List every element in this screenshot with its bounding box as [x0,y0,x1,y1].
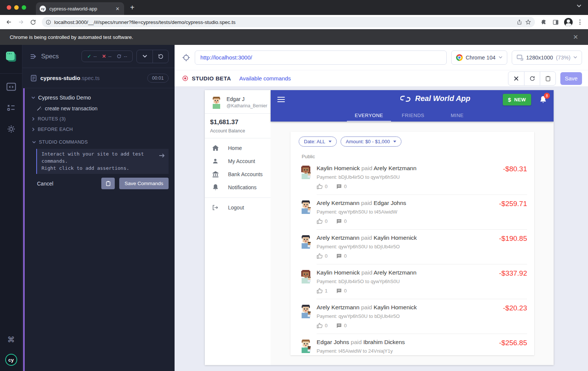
thumbs-up-icon[interactable] [317,322,323,329]
rwa-content: Date: ALL Amount: $0 - $1,000 Public [271,122,554,365]
studio-restart-button[interactable] [524,72,540,85]
transaction-row[interactable]: Kaylin Homenick paid Arely Kertzmann Pay… [290,264,534,299]
chevron-down-icon [573,56,577,59]
screen: cy cypress-realworld-app ✕ + localhost:3… [0,0,588,371]
cancel-button[interactable]: Cancel [37,181,53,187]
menu-hamburger-icon[interactable] [277,97,285,102]
sender-name[interactable]: Arely Kertzmann [317,234,360,241]
specs-browser-icon[interactable] [6,52,16,62]
rwa-brand[interactable]: Real World App [400,94,471,103]
sender-name[interactable]: Kaylin Homenick [317,165,360,171]
share-icon[interactable] [517,19,522,25]
nav-item-home[interactable]: Home [205,141,271,154]
settings-gear-icon[interactable] [7,125,16,134]
transaction-row[interactable]: Kaylin Homenick paid Arely Kertzmann Pay… [290,160,534,195]
cypress-logo[interactable]: cy [5,354,17,366]
studio-commands-section[interactable]: STUDIO COMMANDS [25,137,175,147]
browser-menu-icon[interactable] [578,19,582,25]
banner-close-icon[interactable]: ✕ [573,33,578,41]
thumbs-up-icon[interactable] [317,288,323,294]
tab-friends[interactable]: FRIENDS [391,109,435,122]
routes-section[interactable]: ROUTES (3) [25,114,175,124]
thumbs-up-icon[interactable] [317,253,323,259]
nav-item-logout[interactable]: Logout [205,201,271,214]
transaction-row[interactable]: Edgar Johns paid Ibrahim Dickens Payment… [290,334,534,355]
nav-item-bank-accounts[interactable]: Bank Accounts [205,168,271,181]
transaction-amount: -$190.85 [499,234,527,259]
date-filter[interactable]: Date: ALL [299,137,337,147]
list-label: Public [302,154,534,159]
sender-name[interactable]: Edgar Johns [317,339,349,345]
receiver-name[interactable]: Ibrahim Dickens [363,339,405,345]
dollar-icon: $ [508,96,511,103]
receiver-name[interactable]: Arely Kertzmann [374,165,417,171]
reload-button[interactable] [28,17,38,27]
rerun-tests-button[interactable] [153,50,168,63]
bookmark-star-icon[interactable] [525,19,531,25]
tab-mine[interactable]: MINE [435,109,479,122]
transaction-row[interactable]: Arely Kertzmann paid Kaylin Homenick Pay… [290,299,534,334]
nav-item-notifications[interactable]: Notifications [205,181,271,194]
before-each-section[interactable]: BEFORE EACH [25,124,175,135]
comment-icon[interactable] [336,323,342,329]
thumbs-up-icon[interactable] [317,218,323,224]
notifications-bell[interactable]: 8 [539,95,547,104]
spec-file-row[interactable]: cypress-studio.spec.ts 00:01 [22,68,175,88]
address-bar[interactable]: localhost:3000/__/#/specs/runner?file=cy… [42,17,535,27]
extensions-icon[interactable] [541,19,547,25]
suite-row[interactable]: Cypress Studio Demo [25,92,175,103]
runner-window-icon[interactable] [6,83,16,91]
transaction-row[interactable]: Arely Kertzmann paid Kaylin Homenick Pay… [290,230,534,264]
viewport-selector[interactable]: 1280x1000 (73%) [512,50,582,65]
browser-tab[interactable]: cy cypress-realworld-app ✕ [36,2,124,15]
automation-banner-text: Chrome is being controlled by automated … [10,34,133,40]
close-window-button[interactable] [7,5,11,10]
payment-detail: Payment: bDjUb4ir5O to qywYp6hS0U [317,279,494,284]
test-row[interactable]: create new transaction [25,103,175,114]
sender-name[interactable]: Arely Kertzmann [317,304,360,310]
receiver-name[interactable]: Kaylin Homenick [374,234,417,241]
sender-name[interactable]: Kaylin Homenick [317,269,360,276]
side-panel-icon[interactable] [552,19,559,25]
bank-icon [212,171,219,178]
amount-filter[interactable]: Amount: $0 - $1,000 [341,137,401,147]
comment-icon[interactable] [336,184,342,190]
cypress-sidebar: ⌘ cy Specs ✓-- ✕-- -- [0,45,175,371]
comment-icon[interactable] [336,288,342,294]
receiver-name[interactable]: Arely Kertzmann [374,269,417,276]
maximize-window-button[interactable] [22,5,26,10]
transaction-row[interactable]: Arely Kertzmann paid Edgar Johns Payment… [290,195,534,230]
new-tab-button[interactable]: + [130,3,135,12]
comment-icon[interactable] [336,253,342,259]
save-commands-button[interactable]: Save Commands [119,178,169,189]
aut-url-input[interactable] [195,50,447,65]
collapse-sidebar-icon[interactable] [30,53,37,59]
collapse-all-button[interactable] [137,50,153,63]
selector-playground-icon[interactable] [182,53,190,62]
profile-avatar-icon[interactable] [564,18,573,27]
comment-icon[interactable] [336,218,342,224]
forward-button[interactable] [16,17,26,27]
studio-save-button[interactable]: Save [560,72,582,85]
copy-commands-button[interactable] [101,178,115,189]
studio-copy-button[interactable] [540,72,555,85]
thumbs-up-icon[interactable] [317,183,323,190]
window-controls[interactable] [7,5,26,10]
tab-search-icon[interactable] [577,4,581,7]
site-info-icon[interactable] [46,19,51,25]
test-results-icon[interactable] [7,104,16,112]
available-commands-link[interactable]: Available commands [239,75,291,82]
receiver-name[interactable]: Edgar Johns [374,200,406,206]
tab-everyone[interactable]: EVERYONE [347,109,391,122]
tab-close-icon[interactable]: ✕ [115,6,120,12]
minimize-window-button[interactable] [14,5,19,10]
chevron-down-icon [32,141,36,144]
back-button[interactable] [4,17,14,27]
nav-item-my-account[interactable]: My Account [205,154,271,168]
new-transaction-button[interactable]: $ NEW [503,94,531,105]
studio-close-button[interactable] [508,72,524,85]
keyboard-shortcuts-icon[interactable]: ⌘ [7,335,15,344]
sender-name[interactable]: Arely Kertzmann [317,200,360,206]
receiver-name[interactable]: Kaylin Homenick [374,304,417,310]
browser-selector[interactable]: Chrome 104 [451,50,507,65]
